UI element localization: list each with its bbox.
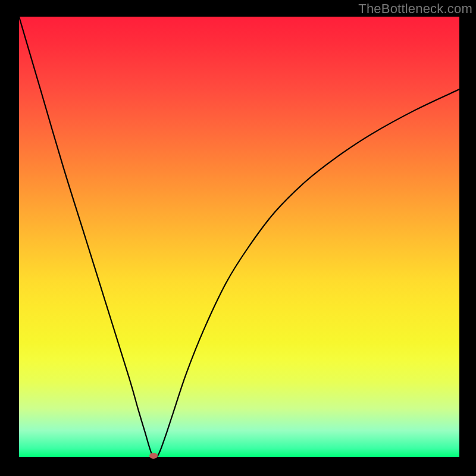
chart-frame: TheBottleneck.com xyxy=(0,0,476,476)
plot-area xyxy=(19,17,459,457)
watermark-text: TheBottleneck.com xyxy=(358,1,472,17)
curve-path xyxy=(19,17,459,457)
minimum-marker xyxy=(149,453,158,459)
